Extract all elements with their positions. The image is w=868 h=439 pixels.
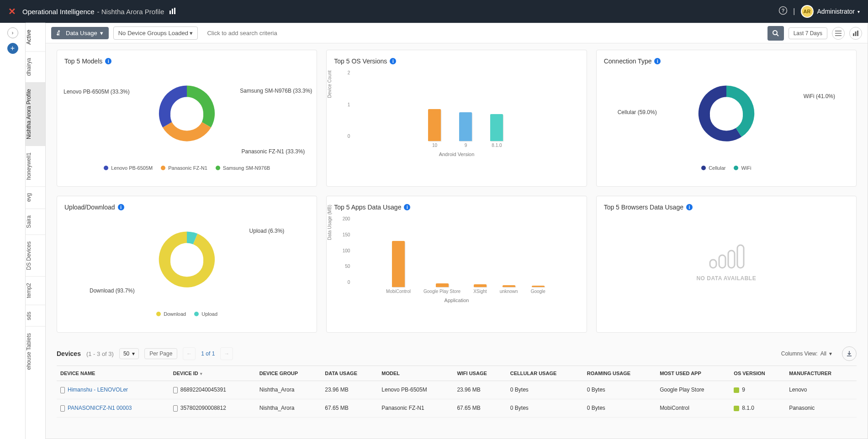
help-icon[interactable]: ? <box>778 6 788 17</box>
search-button[interactable] <box>767 26 784 41</box>
left-sidebar: › + <box>0 23 26 439</box>
bar: 8.1.0 <box>490 114 503 148</box>
card-title: Top 5 Browsers Data Usage <box>604 204 683 211</box>
card-title: Upload/Download <box>64 204 115 211</box>
svg-rect-19 <box>737 245 744 268</box>
info-icon[interactable]: i <box>686 204 693 210</box>
svg-rect-1 <box>172 9 173 14</box>
device-icon <box>173 387 178 393</box>
profile-title: - Nishtha Arora Profile <box>97 8 164 16</box>
legend-item[interactable]: Cellular <box>701 165 725 171</box>
columns-view-dropdown[interactable]: Columns View: All ▾ <box>781 350 832 357</box>
next-page-button[interactable]: → <box>220 347 233 360</box>
bar: XSight <box>473 284 487 294</box>
bar-chart-icon[interactable] <box>169 8 177 16</box>
donut-upload-download: Upload (6.3%) Download (93.7%) <box>64 216 309 308</box>
device-icon <box>60 387 65 393</box>
chart-view-icon[interactable] <box>849 27 862 40</box>
tab-ds-devices[interactable]: DS Devices <box>26 235 45 277</box>
tab-evg[interactable]: evg <box>26 186 45 208</box>
data-usage-dropdown[interactable]: Data Usage ▾ <box>51 27 109 39</box>
main-content: Data Usage ▾ No Device Groups Loaded ▾ L… <box>46 23 868 439</box>
info-icon[interactable]: i <box>390 58 396 64</box>
time-range-dropdown[interactable]: Last 7 Days <box>789 27 827 39</box>
bar: 10 <box>428 109 441 148</box>
legend-item[interactable]: Download <box>156 311 186 317</box>
legend-item[interactable]: WiFi <box>734 165 751 171</box>
table-row[interactable]: Himanshu - LENOVOLer868922040045391Nisht… <box>57 381 857 399</box>
tab-temp2[interactable]: temp2 <box>26 276 45 304</box>
column-header[interactable]: OS VERSION <box>730 366 785 381</box>
donut-top-models: Lenovo PB-6505M (33.3%) Samsung SM-N976B… <box>64 70 309 162</box>
card-top-apps: Top 5 Apps Data Usagei Data Usage (MB) 2… <box>326 196 587 333</box>
slice-label: WiFi (41.0%) <box>804 93 835 99</box>
no-data-icon <box>708 242 745 270</box>
svg-rect-11 <box>855 31 857 36</box>
search-input[interactable] <box>202 26 762 41</box>
device-name-cell[interactable]: Himanshu - LENOVOLer <box>57 381 169 399</box>
device-icon <box>60 405 65 412</box>
page-indicator: 1 of 1 <box>197 350 218 357</box>
tabs-rail: ActivedhairyaNishtha Arora Profilehoneyw… <box>26 23 46 439</box>
list-view-icon[interactable] <box>832 27 845 40</box>
prev-page-button[interactable]: ← <box>183 347 196 360</box>
card-upload-download: Upload/Downloadi Upload (6.3%) Download … <box>57 196 317 333</box>
user-name[interactable]: Administrator <box>817 8 855 15</box>
table-count: (1 - 3 of 3) <box>86 350 114 357</box>
tab-nishtha-arora-profile[interactable]: Nishtha Arora Profile <box>26 82 45 146</box>
svg-rect-2 <box>174 8 175 14</box>
info-icon[interactable]: i <box>654 58 661 64</box>
device-name-cell[interactable]: PANASONICFZ-N1 00003 <box>57 399 169 417</box>
column-header[interactable]: DATA USAGE <box>321 366 378 381</box>
expand-button[interactable]: › <box>7 27 18 38</box>
tab-active[interactable]: Active <box>26 23 45 51</box>
svg-rect-16 <box>710 260 716 268</box>
legend-item[interactable]: Samsung SM-N976B <box>216 165 270 171</box>
table-title: Devices <box>57 350 81 357</box>
y-axis-label: Device Count <box>327 70 332 98</box>
column-header[interactable]: WIFI USAGE <box>453 366 506 381</box>
card-title: Top 5 Apps Data Usage <box>334 204 401 211</box>
svg-rect-0 <box>169 10 171 14</box>
slice-label: Panasonic FZ-N1 (33.3%) <box>242 148 305 155</box>
content-scroll[interactable]: Top 5 Modelsi Lenovo PB-6505M (33.3%) Sa… <box>46 43 868 439</box>
card-top-models: Top 5 Modelsi Lenovo PB-6505M (33.3%) Sa… <box>57 50 317 187</box>
svg-rect-10 <box>853 33 854 36</box>
tab-honeywell1[interactable]: honeywell1 <box>26 146 45 186</box>
legend-item[interactable]: Lenovo PB-6505M <box>104 165 153 171</box>
per-page-dropdown[interactable]: 50▾ <box>119 348 139 359</box>
add-button[interactable]: + <box>7 43 18 54</box>
column-header[interactable]: MODEL <box>378 366 453 381</box>
tab-saira[interactable]: Saira <box>26 209 45 235</box>
legend-item[interactable]: Panasonic FZ-N1 <box>161 165 207 171</box>
slice-label: Samsung SM-N976B (33.3%) <box>240 88 312 94</box>
svg-point-13 <box>170 101 203 131</box>
card-title: Top 5 OS Versions <box>334 57 387 65</box>
legend-item[interactable]: Upload <box>194 311 217 317</box>
column-header[interactable]: DEVICE ID▾ <box>169 366 256 381</box>
bar: Google Play Store <box>423 283 460 294</box>
column-header[interactable]: MANUFACTURER <box>785 366 857 381</box>
column-header[interactable]: DEVICE NAME <box>57 366 169 381</box>
svg-text:?: ? <box>782 8 785 13</box>
column-header[interactable]: DEVICE GROUP <box>256 366 322 381</box>
column-header[interactable]: ROAMING USAGE <box>583 366 656 381</box>
chevron-down-icon[interactable]: ▾ <box>857 9 860 14</box>
user-avatar[interactable]: AR <box>801 5 814 18</box>
android-icon <box>734 387 739 393</box>
tab-dhairya[interactable]: dhairya <box>26 51 45 82</box>
column-header[interactable]: CELLULAR USAGE <box>507 366 583 381</box>
column-header[interactable]: MOST USED APP <box>656 366 730 381</box>
bar-chart-os: 210 1098.1.0 <box>334 70 579 148</box>
table-row[interactable]: PANASONICFZ-N1 00003357802090008812Nisht… <box>57 399 857 417</box>
svg-line-6 <box>777 34 778 36</box>
device-groups-dropdown[interactable]: No Device Groups Loaded ▾ <box>113 26 198 40</box>
bar: MobiControl <box>386 241 411 294</box>
info-icon[interactable]: i <box>118 204 124 210</box>
info-icon[interactable]: i <box>404 204 410 210</box>
tab-ehouse-tablets[interactable]: ehouse Tablets <box>26 326 45 376</box>
download-button[interactable] <box>842 346 857 361</box>
svg-rect-18 <box>728 251 735 268</box>
tab-sds[interactable]: sds <box>26 305 45 327</box>
info-icon[interactable]: i <box>105 58 111 64</box>
